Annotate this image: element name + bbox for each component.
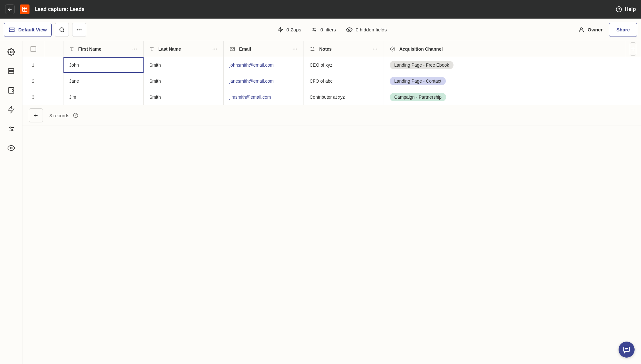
- row-number[interactable]: 1: [22, 57, 44, 73]
- owner-label: Owner: [588, 27, 603, 32]
- zap-icon: [278, 27, 283, 33]
- svg-rect-2: [10, 28, 14, 29]
- svg-point-5: [77, 29, 78, 30]
- cell-last-name[interactable]: Smith: [144, 89, 224, 105]
- svg-rect-3: [10, 30, 14, 32]
- svg-point-31: [376, 48, 377, 49]
- owner-button[interactable]: Owner: [578, 27, 603, 33]
- cell-notes[interactable]: CEO of xyz: [304, 57, 384, 73]
- gear-icon: [7, 48, 15, 56]
- search-icon: [59, 27, 65, 33]
- svg-rect-15: [9, 87, 14, 93]
- eye-icon: [346, 27, 353, 33]
- table-row: 3 Jim Smith jimsmith@email.com Contribut…: [22, 89, 641, 105]
- svg-point-21: [136, 48, 137, 49]
- svg-point-16: [10, 127, 11, 128]
- back-button[interactable]: [5, 4, 15, 14]
- add-column-button[interactable]: [630, 42, 636, 56]
- email-link[interactable]: janesmith@email.com: [229, 79, 274, 84]
- channel-tag: Landing Page - Contact: [390, 77, 446, 85]
- cell-email[interactable]: jimsmith@email.com: [224, 89, 304, 105]
- more-options-button[interactable]: [72, 23, 86, 37]
- channel-tag: Landing Page - Free Ebook: [390, 61, 454, 69]
- column-menu-button[interactable]: [372, 46, 378, 52]
- sidebar-tables[interactable]: [7, 67, 16, 76]
- column-menu-button[interactable]: [292, 46, 298, 52]
- left-sidebar: [0, 41, 22, 364]
- row-number[interactable]: 3: [22, 89, 44, 105]
- plus-icon: [630, 46, 636, 52]
- table-area: First Name Last Name: [22, 41, 641, 364]
- sidebar-filters[interactable]: [7, 124, 16, 133]
- svg-point-26: [293, 48, 294, 49]
- mail-icon: [229, 46, 235, 52]
- sidebar-form[interactable]: [7, 86, 16, 95]
- zaps-button[interactable]: 0 Zaps: [278, 27, 301, 33]
- row-expand[interactable]: [44, 89, 63, 105]
- svg-point-19: [132, 48, 133, 49]
- cell-channel[interactable]: Campaign - Partnership: [384, 89, 625, 105]
- column-menu-button[interactable]: [132, 46, 137, 52]
- row-end-spacer: [625, 73, 641, 89]
- cell-channel[interactable]: Landing Page - Free Ebook: [384, 57, 625, 73]
- svg-point-29: [373, 48, 374, 49]
- filters-button[interactable]: 0 filters: [312, 27, 336, 33]
- row-expand[interactable]: [44, 73, 63, 89]
- svg-point-30: [375, 48, 376, 49]
- cell-first-name[interactable]: Jim: [63, 89, 144, 105]
- row-expand[interactable]: [44, 57, 63, 73]
- share-button[interactable]: Share: [609, 23, 637, 37]
- sidebar-automations[interactable]: [7, 105, 16, 114]
- cell-first-name[interactable]: John: [63, 57, 144, 73]
- column-header-last-name[interactable]: Last Name: [144, 41, 224, 57]
- share-label: Share: [616, 27, 630, 32]
- row-number[interactable]: 2: [22, 73, 44, 89]
- cell-first-name[interactable]: Jane: [63, 73, 144, 89]
- svg-point-23: [214, 48, 215, 49]
- add-column-cell: [625, 41, 641, 57]
- svg-point-24: [216, 48, 217, 49]
- sidebar-visibility[interactable]: [7, 144, 16, 153]
- row-end-spacer: [625, 89, 641, 105]
- column-label: Acquisition Channel: [399, 46, 619, 52]
- user-icon: [578, 27, 585, 33]
- chat-fab-button[interactable]: [619, 342, 635, 358]
- svg-point-10: [349, 29, 350, 30]
- rownum-header: [22, 41, 44, 57]
- svg-point-11: [580, 28, 582, 30]
- column-label: Last Name: [158, 46, 208, 52]
- cell-last-name[interactable]: Smith: [144, 73, 224, 89]
- cell-email[interactable]: janesmith@email.com: [224, 73, 304, 89]
- help-circle-icon[interactable]: [73, 112, 79, 118]
- column-menu-button[interactable]: [212, 46, 218, 52]
- view-selector-button[interactable]: Default View: [4, 23, 52, 37]
- chat-icon: [623, 346, 630, 353]
- sidebar-settings[interactable]: [7, 47, 16, 56]
- column-header-email[interactable]: Email: [224, 41, 304, 57]
- help-button[interactable]: Help: [616, 6, 636, 12]
- hidden-fields-button[interactable]: 0 hidden fields: [346, 27, 387, 33]
- column-header-notes[interactable]: Notes: [304, 41, 384, 57]
- svg-rect-14: [9, 71, 14, 74]
- select-all-checkbox[interactable]: [30, 46, 36, 52]
- column-header-first-name[interactable]: First Name: [63, 41, 144, 57]
- help-label: Help: [625, 6, 636, 12]
- svg-point-6: [79, 29, 79, 30]
- cell-email[interactable]: johnsmith@email.com: [224, 57, 304, 73]
- form-icon: [7, 87, 15, 94]
- column-header-channel[interactable]: Acquisition Channel: [384, 41, 625, 57]
- page-title: Lead capture: Leads: [35, 6, 85, 12]
- cell-notes[interactable]: Contributor at xyz: [304, 89, 384, 105]
- records-count: 3 records: [49, 112, 79, 118]
- search-button[interactable]: [55, 23, 69, 37]
- cell-notes[interactable]: CFO of abc: [304, 73, 384, 89]
- channel-tag: Campaign - Partnership: [390, 93, 446, 101]
- email-link[interactable]: johnsmith@email.com: [229, 62, 274, 68]
- add-row-button[interactable]: [29, 108, 43, 122]
- svg-point-20: [134, 48, 135, 49]
- cell-channel[interactable]: Landing Page - Contact: [384, 73, 625, 89]
- email-link[interactable]: jimsmith@email.com: [229, 95, 271, 100]
- cell-last-name[interactable]: Smith: [144, 57, 224, 73]
- svg-point-22: [212, 48, 213, 49]
- table-row: 2 Jane Smith janesmith@email.com CFO of …: [22, 73, 641, 89]
